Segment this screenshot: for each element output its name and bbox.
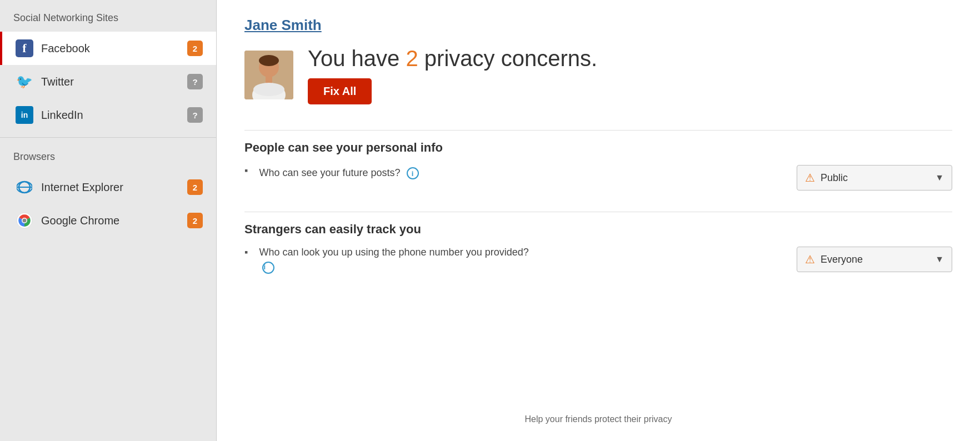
facebook-icon: f xyxy=(16,39,33,57)
privacy-prefix: You have xyxy=(308,46,406,71)
chrome-badge: 2 xyxy=(187,213,203,228)
sidebar-item-internet-explorer[interactable]: Internet Explorer 2 xyxy=(0,171,216,204)
privacy-item-2: ▪ Who can look you up using the phone nu… xyxy=(244,247,952,274)
privacy-item-1-text: Who can see your future posts? i xyxy=(259,165,788,179)
privacy-item-1: ▪ Who can see your future posts? i ⚠ Pub… xyxy=(244,165,952,191)
sidebar-label-chrome: Google Chrome xyxy=(41,214,187,227)
sidebar: Social Networking Sites f Facebook 2 🐦 T… xyxy=(0,0,217,441)
section-divider-1 xyxy=(244,130,952,131)
footer-text: Help your friends protect their privacy xyxy=(244,398,952,424)
phone-dropdown-container: ⚠ Everyone ▼ xyxy=(797,247,952,272)
info-icon-1[interactable]: i xyxy=(407,167,419,179)
sidebar-label-twitter: Twitter xyxy=(41,76,187,88)
posts-dropdown-arrow: ▼ xyxy=(935,173,944,183)
browsers-section-title: Browsers xyxy=(0,143,216,171)
sidebar-item-twitter[interactable]: 🐦 Twitter ? xyxy=(0,65,216,98)
chrome-icon xyxy=(16,212,33,229)
privacy-item-2-text: Who can look you up using the phone numb… xyxy=(259,247,788,274)
sidebar-divider xyxy=(0,137,216,138)
facebook-badge: 2 xyxy=(187,41,203,56)
privacy-section-1: People can see your personal info ▪ Who … xyxy=(244,141,952,196)
bullet-2: ▪ xyxy=(244,247,248,258)
twitter-icon: 🐦 xyxy=(16,73,33,91)
phone-dropdown[interactable]: ⚠ Everyone ▼ xyxy=(797,247,952,272)
posts-dropdown[interactable]: ⚠ Public ▼ xyxy=(797,165,952,191)
privacy-header: You have 2 privacy concerns. Fix All xyxy=(244,45,952,104)
avatar-image xyxy=(244,51,293,99)
phone-dropdown-warning-icon: ⚠ xyxy=(805,253,815,266)
section1-heading: People can see your personal info xyxy=(244,141,952,155)
sidebar-item-google-chrome[interactable]: Google Chrome 2 xyxy=(0,204,216,237)
ie-icon xyxy=(16,178,33,196)
svg-rect-10 xyxy=(266,76,272,84)
social-section-title: Social Networking Sites xyxy=(0,0,216,32)
ie-badge: 2 xyxy=(187,179,203,195)
svg-point-8 xyxy=(259,55,279,66)
section-divider-2 xyxy=(244,212,952,212)
linkedin-badge: ? xyxy=(187,107,203,123)
concern-count: 2 xyxy=(406,46,418,71)
sidebar-label-linkedin: LinkedIn xyxy=(41,109,187,122)
svg-point-5 xyxy=(23,219,27,223)
privacy-message-block: You have 2 privacy concerns. Fix All xyxy=(308,45,597,104)
sidebar-label-facebook: Facebook xyxy=(41,42,187,55)
avatar xyxy=(244,51,293,99)
sidebar-item-facebook[interactable]: f Facebook 2 xyxy=(0,32,216,65)
privacy-message: You have 2 privacy concerns. xyxy=(308,45,597,72)
svg-point-11 xyxy=(253,83,284,96)
posts-dropdown-container: ⚠ Public ▼ xyxy=(797,165,952,191)
linkedin-icon: in xyxy=(16,106,33,124)
fix-all-button[interactable]: Fix All xyxy=(308,78,372,104)
sidebar-label-ie: Internet Explorer xyxy=(41,181,187,194)
main-content: Jane Smith xyxy=(217,0,980,441)
user-name[interactable]: Jane Smith xyxy=(244,17,952,34)
twitter-badge: ? xyxy=(187,74,203,89)
section2-heading: Strangers can easily track you xyxy=(244,222,952,237)
info-icon-2[interactable]: i xyxy=(262,262,274,274)
privacy-suffix: privacy concerns. xyxy=(418,46,597,71)
phone-dropdown-label: Everyone xyxy=(821,254,929,265)
bullet-1: ▪ xyxy=(244,165,248,177)
sidebar-item-linkedin[interactable]: in LinkedIn ? xyxy=(0,98,216,132)
posts-dropdown-label: Public xyxy=(821,172,929,184)
privacy-section-2: Strangers can easily track you ▪ Who can… xyxy=(244,222,952,274)
posts-dropdown-warning-icon: ⚠ xyxy=(805,171,815,184)
phone-dropdown-arrow: ▼ xyxy=(935,254,944,264)
